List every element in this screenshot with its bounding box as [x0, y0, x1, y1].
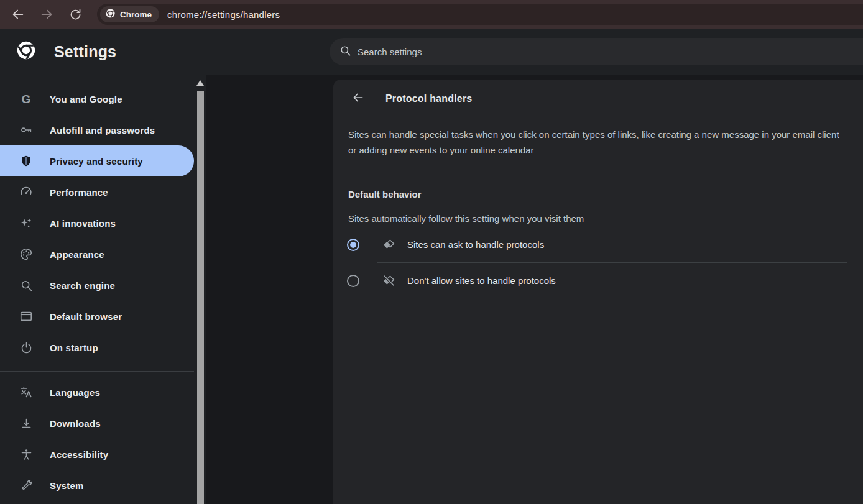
protocol-handler-icon: [382, 238, 395, 252]
section-title: Default behavior: [348, 189, 863, 199]
browser-window-icon: [19, 309, 34, 324]
page-heading-settings: Settings: [54, 43, 116, 61]
search-icon: [339, 45, 351, 59]
reload-button[interactable]: [65, 4, 86, 25]
magnifier-icon: [19, 278, 34, 293]
sidebar-divider: [0, 371, 194, 372]
radio-selected[interactable]: [347, 239, 359, 251]
sidebar-item-autofill[interactable]: Autofill and passwords: [0, 114, 194, 145]
sidebar-item-default-browser[interactable]: Default browser: [0, 301, 194, 332]
palette-icon: [19, 247, 34, 262]
option-dont-allow[interactable]: Don't allow sites to handle protocols: [333, 263, 863, 298]
power-icon: [19, 340, 34, 355]
wrench-icon: [19, 478, 34, 493]
sidebar-item-privacy-and-security[interactable]: Privacy and security: [0, 145, 194, 176]
forward-arrow-icon: [40, 7, 53, 21]
sidebar-item-performance[interactable]: Performance: [0, 176, 194, 208]
sidebar-item-languages[interactable]: Languages: [0, 377, 194, 408]
google-g-icon: G: [19, 91, 34, 106]
option-label: Sites can ask to handle protocols: [407, 239, 544, 250]
back-button[interactable]: [7, 4, 29, 25]
chrome-settings-logo-icon: [16, 40, 37, 63]
card-header: Protocol handlers: [333, 80, 863, 108]
scrollbar-thumb[interactable]: [197, 91, 204, 504]
accessibility-person-icon: [19, 447, 34, 462]
content-background: Protocol handlers Sites can handle speci…: [206, 75, 863, 504]
sidebar-item-downloads[interactable]: Downloads: [0, 408, 194, 439]
chrome-site-chip[interactable]: Chrome: [100, 6, 159, 22]
browser-toolbar: Chrome chrome://settings/handlers: [0, 0, 863, 29]
back-to-site-settings-button[interactable]: [347, 88, 369, 110]
content-scrollbar[interactable]: [194, 75, 206, 504]
chrome-logo-icon: [105, 8, 116, 21]
url-bar[interactable]: Chrome chrome://settings/handlers: [97, 4, 863, 25]
forward-button[interactable]: [36, 4, 57, 25]
sidebar-item-you-and-google[interactable]: G You and Google: [0, 83, 194, 114]
option-label: Don't allow sites to handle protocols: [407, 275, 556, 286]
settings-body: G You and Google Autofill and passwords …: [0, 75, 863, 504]
protocol-handlers-card: Protocol handlers Sites can handle speci…: [333, 80, 863, 504]
protocol-handler-blocked-icon: [382, 274, 395, 288]
page-title: Protocol handlers: [385, 93, 472, 104]
download-icon: [19, 416, 34, 431]
settings-header: Settings: [0, 29, 863, 75]
sidebar-item-system[interactable]: System: [0, 470, 194, 501]
back-arrow-icon: [11, 7, 25, 21]
chip-label: Chrome: [120, 10, 152, 19]
back-arrow-icon: [352, 91, 364, 106]
radio-unselected[interactable]: [347, 275, 359, 287]
shield-icon: [19, 153, 34, 168]
page-description: Sites can handle special tasks when you …: [348, 127, 844, 158]
sidebar-item-appearance[interactable]: Appearance: [0, 239, 194, 270]
sidebar-item-ai-innovations[interactable]: AI innovations: [0, 208, 194, 239]
search-settings-input[interactable]: [358, 47, 606, 57]
search-settings-field[interactable]: [330, 38, 863, 65]
reload-icon: [69, 8, 82, 21]
sidebar-item-accessibility[interactable]: Accessibility: [0, 439, 194, 470]
translate-icon: [19, 385, 34, 400]
option-sites-can-ask[interactable]: Sites can ask to handle protocols: [333, 227, 863, 262]
scrollbar-up-arrow-icon[interactable]: [196, 80, 204, 86]
sidebar-item-on-startup[interactable]: On startup: [0, 332, 194, 363]
url-text: chrome://settings/handlers: [167, 9, 280, 20]
settings-sidebar: G You and Google Autofill and passwords …: [0, 75, 194, 504]
sidebar-item-search-engine[interactable]: Search engine: [0, 270, 194, 301]
key-icon: [19, 122, 34, 137]
speedometer-icon: [19, 185, 34, 199]
section-subtitle: Sites automatically follow this setting …: [348, 213, 863, 224]
sparkle-icon: [19, 216, 34, 231]
